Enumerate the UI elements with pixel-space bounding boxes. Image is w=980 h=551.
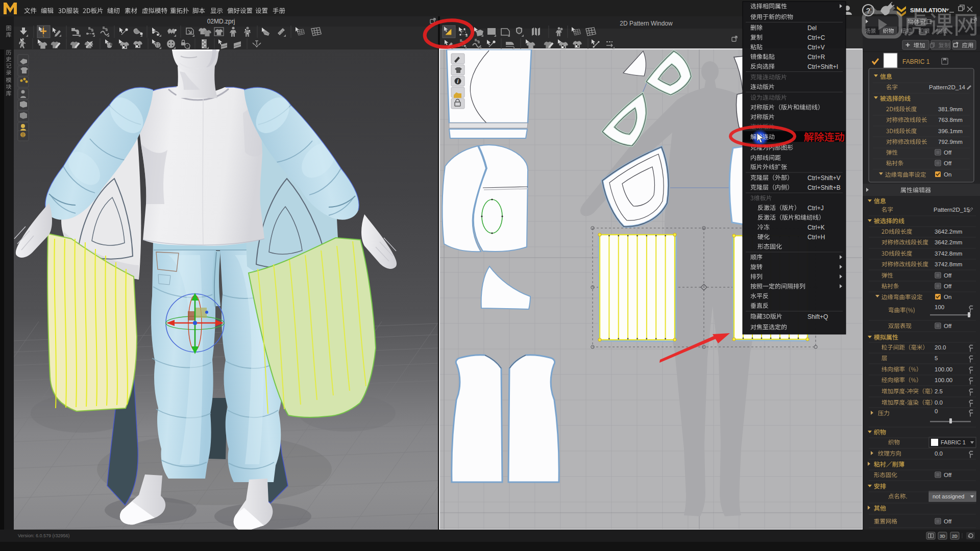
svg-text:FABRIC 1: FABRIC 1 xyxy=(941,439,966,445)
svg-text:Off: Off xyxy=(944,283,952,289)
svg-text:Off: Off xyxy=(944,160,952,166)
svg-text:not assigned: not assigned xyxy=(933,493,964,499)
svg-text:Ctrl+C: Ctrl+C xyxy=(807,34,825,41)
svg-text:Shift+Q: Shift+Q xyxy=(807,313,828,320)
svg-text:FABRIC 1: FABRIC 1 xyxy=(902,58,930,65)
svg-text:Off: Off xyxy=(944,149,952,156)
svg-text:SIMULATION: SIMULATION xyxy=(910,7,946,13)
svg-text:Version: 6.0.579 (r32956): Version: 6.0.579 (r32956) xyxy=(18,533,70,538)
svg-text:0.0: 0.0 xyxy=(935,450,943,457)
svg-text:Ctrl+H: Ctrl+H xyxy=(807,234,825,241)
svg-text:3742.8mm: 3742.8mm xyxy=(935,251,962,257)
svg-text:Off: Off xyxy=(944,323,952,329)
svg-text:100.00: 100.00 xyxy=(935,366,952,372)
svg-text:Del: Del xyxy=(807,24,817,32)
svg-text:02MD.zprj: 02MD.zprj xyxy=(207,18,235,25)
svg-text:Pattern2D_14: Pattern2D_14 xyxy=(929,84,966,90)
svg-text:381.9mm: 381.9mm xyxy=(938,106,963,112)
svg-text:20.0: 20.0 xyxy=(935,344,946,350)
svg-text:3742.8mm: 3742.8mm xyxy=(935,261,962,267)
svg-text:Ctrl+Shift+V: Ctrl+Shift+V xyxy=(807,174,841,182)
svg-text:763.8mm: 763.8mm xyxy=(938,117,963,123)
svg-text:5: 5 xyxy=(935,355,938,361)
svg-text:792.9mm: 792.9mm xyxy=(938,139,963,145)
svg-text:Ctrl+R: Ctrl+R xyxy=(807,54,825,61)
svg-text:Off: Off xyxy=(944,272,952,279)
svg-text:Off: Off xyxy=(944,472,952,478)
svg-text:2.5: 2.5 xyxy=(935,388,943,394)
svg-text:Ctrl+K: Ctrl+K xyxy=(807,224,825,231)
svg-text:0.0: 0.0 xyxy=(935,399,943,406)
svg-text:2D: 2D xyxy=(952,534,958,539)
svg-text:100.00: 100.00 xyxy=(935,377,952,383)
svg-text:Ctrl+V: Ctrl+V xyxy=(807,44,825,51)
svg-text:Ctrl+Shift+B: Ctrl+Shift+B xyxy=(807,184,841,191)
svg-text:3642.2mm: 3642.2mm xyxy=(935,239,962,245)
svg-text:On: On xyxy=(944,294,951,300)
svg-text:3642.2mm: 3642.2mm xyxy=(935,229,962,235)
svg-text:100: 100 xyxy=(935,304,944,310)
svg-text:2D Pattern Window: 2D Pattern Window xyxy=(620,20,673,27)
svg-text:Pattern2D_15: Pattern2D_15 xyxy=(934,207,970,213)
svg-text:3D: 3D xyxy=(940,534,945,539)
svg-text:Off: Off xyxy=(944,518,952,524)
svg-text:i: i xyxy=(457,79,459,84)
svg-text:Ctrl+J: Ctrl+J xyxy=(807,205,824,212)
svg-text:396.1mm: 396.1mm xyxy=(938,128,963,134)
svg-text:0: 0 xyxy=(935,408,938,414)
svg-text:Ctrl+Shift+I: Ctrl+Shift+I xyxy=(807,63,838,70)
svg-text:On: On xyxy=(944,171,951,178)
